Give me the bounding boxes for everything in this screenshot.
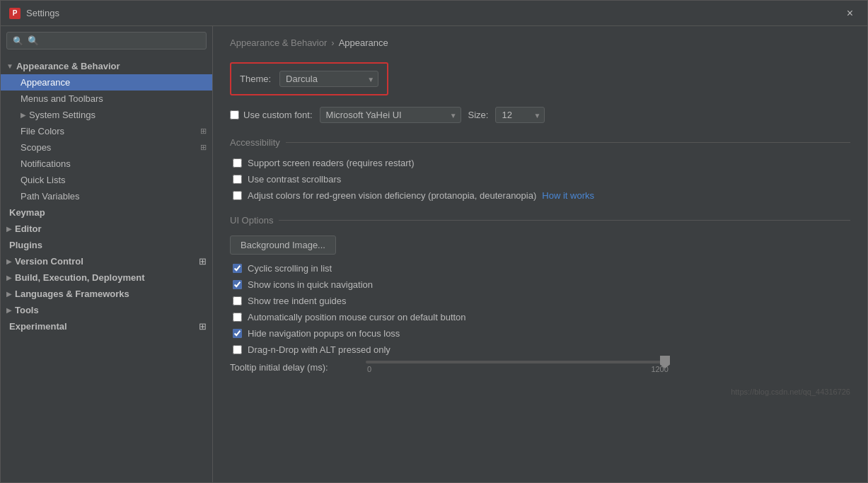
build-arrow: ▶ xyxy=(6,274,12,281)
search-box[interactable]: 🔍 xyxy=(6,32,207,50)
window-title: Settings xyxy=(26,8,841,18)
accessibility-section: Accessibility Support screen readers (re… xyxy=(230,137,850,201)
sidebar-item-build[interactable]: ▶ Build, Execution, Deployment xyxy=(1,269,212,286)
main-panel: Appearance & Behavior › Appearance Theme… xyxy=(213,26,867,482)
screen-readers-label[interactable]: Support screen readers (requires restart… xyxy=(248,158,415,168)
contrast-scrollbars-row: Use contrast scrollbars xyxy=(230,174,850,185)
sidebar-item-scopes[interactable]: Scopes ⊞ xyxy=(1,139,212,156)
main-content: 🔍 ▼ Appearance & Behavior Appearance Men… xyxy=(1,26,867,482)
theme-label: Theme: xyxy=(240,74,271,84)
font-select[interactable]: Microsoft YaHei UI xyxy=(320,107,461,123)
accessibility-header: Accessibility xyxy=(230,137,850,151)
tree-indent-checkbox[interactable] xyxy=(233,296,242,305)
breadcrumb-separator: › xyxy=(331,37,334,48)
show-icons-label[interactable]: Show icons in quick navigation xyxy=(248,279,373,290)
sidebar-item-experimental[interactable]: Experimental ⊞ xyxy=(1,318,212,334)
scopes-icon: ⊞ xyxy=(200,143,207,152)
breadcrumb-current: Appearance xyxy=(339,37,388,48)
experimental-icon: ⊞ xyxy=(199,321,207,332)
drag-drop-row: Drag-n-Drop with ALT pressed only xyxy=(230,344,850,355)
breadcrumb: Appearance & Behavior › Appearance xyxy=(230,37,850,48)
cyclic-scrolling-checkbox[interactable] xyxy=(233,264,242,273)
tooltip-delay-label: Tooltip initial delay (ms): xyxy=(230,362,357,373)
sidebar-item-plugins[interactable]: Plugins xyxy=(1,237,212,253)
cyclic-scrolling-row: Cyclic scrolling in list xyxy=(230,263,850,274)
settings-window: P Settings × 🔍 ▼ Appearance & Behavior A… xyxy=(0,0,868,483)
app-icon: P xyxy=(9,8,21,19)
lang-arrow: ▶ xyxy=(6,290,12,298)
background-image-button[interactable]: Background Image... xyxy=(230,235,336,255)
sidebar-item-quick-lists[interactable]: Quick Lists xyxy=(1,172,212,188)
font-row: Use custom font: Microsoft YaHei UI Size… xyxy=(230,107,850,123)
sidebar-item-tools[interactable]: ▶ Tools xyxy=(1,302,212,318)
slider-container: 0 1200 xyxy=(366,361,670,373)
cyclic-scrolling-label[interactable]: Cyclic scrolling in list xyxy=(248,263,332,274)
editor-arrow: ▶ xyxy=(6,225,12,233)
drag-drop-label[interactable]: Drag-n-Drop with ALT pressed only xyxy=(248,344,390,355)
sidebar-item-system-settings[interactable]: ▶ System Settings xyxy=(1,107,212,123)
file-colors-icon: ⊞ xyxy=(200,127,207,136)
drag-drop-checkbox[interactable] xyxy=(233,345,242,354)
contrast-scrollbars-checkbox[interactable] xyxy=(233,175,242,184)
size-label: Size: xyxy=(468,110,489,120)
vc-arrow: ▶ xyxy=(6,257,12,265)
show-icons-checkbox[interactable] xyxy=(233,280,242,289)
sidebar: 🔍 ▼ Appearance & Behavior Appearance Men… xyxy=(1,26,213,482)
theme-row: Theme: Darcula IntelliJ Light High contr… xyxy=(230,62,388,95)
search-icon: 🔍 xyxy=(13,36,23,46)
screen-readers-checkbox[interactable] xyxy=(233,158,242,168)
size-select[interactable]: 12 14 xyxy=(495,107,545,123)
screen-readers-row: Support screen readers (requires restart… xyxy=(230,158,850,168)
mouse-cursor-row: Automatically position mouse cursor on d… xyxy=(230,312,850,322)
titlebar: P Settings × xyxy=(1,1,867,26)
sidebar-item-version-control[interactable]: ▶ Version Control ⊞ xyxy=(1,253,212,269)
tooltip-delay-slider[interactable] xyxy=(366,361,670,363)
theme-select-wrapper: Darcula IntelliJ Light High contrast xyxy=(279,71,378,87)
sidebar-item-file-colors[interactable]: File Colors ⊞ xyxy=(1,123,212,139)
custom-font-label[interactable]: Use custom font: xyxy=(230,110,313,120)
ui-options-section: UI Options Background Image... Cyclic sc… xyxy=(230,215,850,373)
show-icons-row: Show icons in quick navigation xyxy=(230,279,850,290)
slider-ticks: 0 1200 xyxy=(366,365,670,373)
hide-nav-popups-row: Hide navigation popups on focus loss xyxy=(230,328,850,339)
ui-options-header: UI Options xyxy=(230,215,850,228)
color-deficiency-checkbox[interactable] xyxy=(233,191,242,200)
collapse-arrow: ▼ xyxy=(6,62,13,70)
sidebar-item-appearance-behavior[interactable]: ▼ Appearance & Behavior xyxy=(1,58,212,74)
tools-arrow: ▶ xyxy=(6,306,12,314)
tooltip-delay-row: Tooltip initial delay (ms): 0 xyxy=(230,361,850,373)
size-select-wrapper: 12 14 xyxy=(495,107,545,123)
tree-indent-label[interactable]: Show tree indent guides xyxy=(248,296,346,306)
mouse-cursor-label[interactable]: Automatically position mouse cursor on d… xyxy=(248,312,466,322)
nav-tree: ▼ Appearance & Behavior Appearance Menus… xyxy=(1,55,212,337)
watermark: https://blog.csdn.net/qq_44316726 xyxy=(230,388,850,396)
color-deficiency-label[interactable]: Adjust colors for red-green vision defic… xyxy=(248,190,536,201)
hide-nav-popups-checkbox[interactable] xyxy=(233,329,242,338)
tick-min: 0 xyxy=(367,365,371,373)
search-input[interactable] xyxy=(28,35,200,46)
sidebar-item-keymap[interactable]: Keymap xyxy=(1,204,212,221)
sidebar-item-appearance[interactable]: Appearance xyxy=(1,74,212,91)
keymap-label: Keymap xyxy=(9,207,45,218)
font-select-wrapper: Microsoft YaHei UI xyxy=(320,107,461,123)
sidebar-item-editor[interactable]: ▶ Editor xyxy=(1,221,212,237)
vc-icon: ⊞ xyxy=(199,256,207,267)
sidebar-item-languages[interactable]: ▶ Languages & Frameworks xyxy=(1,286,212,302)
breadcrumb-parent: Appearance & Behavior xyxy=(230,37,327,48)
sidebar-item-path-variables[interactable]: Path Variables xyxy=(1,188,212,204)
expand-arrow: ▶ xyxy=(21,111,26,119)
custom-font-checkbox[interactable] xyxy=(230,110,239,120)
hide-nav-popups-label[interactable]: Hide navigation popups on focus loss xyxy=(248,328,400,339)
how-it-works-link[interactable]: How it works xyxy=(542,190,594,201)
sidebar-item-menus-toolbars[interactable]: Menus and Toolbars xyxy=(1,91,212,107)
sidebar-item-notifications[interactable]: Notifications xyxy=(1,156,212,172)
color-deficiency-row: Adjust colors for red-green vision defic… xyxy=(230,190,850,201)
contrast-scrollbars-label[interactable]: Use contrast scrollbars xyxy=(248,174,341,185)
tree-indent-row: Show tree indent guides xyxy=(230,296,850,306)
mouse-cursor-checkbox[interactable] xyxy=(233,313,242,322)
close-button[interactable]: × xyxy=(841,4,859,23)
theme-select[interactable]: Darcula IntelliJ Light High contrast xyxy=(279,71,378,87)
